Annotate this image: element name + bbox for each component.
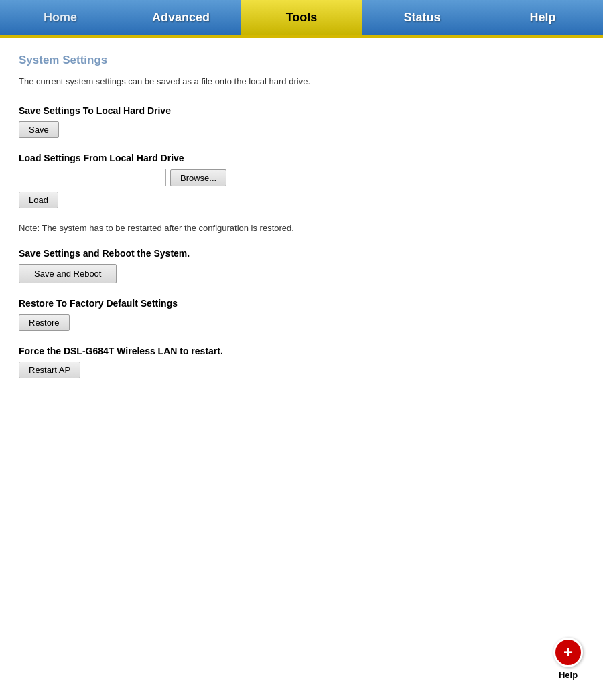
load-settings-header: Load Settings From Local Hard Drive <box>19 153 584 163</box>
file-path-input[interactable] <box>19 169 166 186</box>
restore-button[interactable]: Restore <box>19 314 70 331</box>
help-label: Help <box>559 670 578 680</box>
save-and-reboot-button[interactable]: Save and Reboot <box>19 264 117 283</box>
help-corner[interactable]: + Help <box>553 638 583 680</box>
page-wrapper: Home Advanced Tools Status Help System S… <box>0 0 603 700</box>
help-icon: + <box>553 638 583 667</box>
nav-home[interactable]: Home <box>0 0 121 35</box>
restore-note: Note: The system has to be restarted aft… <box>19 223 584 233</box>
save-reboot-header: Save Settings and Reboot the System. <box>19 248 584 259</box>
save-button[interactable]: Save <box>19 121 59 138</box>
save-settings-section: Save Settings To Local Hard Drive Save <box>19 105 584 138</box>
nav-bar: Home Advanced Tools Status Help <box>0 0 603 35</box>
content-area: System Settings The current system setti… <box>0 38 603 409</box>
restart-ap-header: Force the DSL-G684T Wireless LAN to rest… <box>19 346 584 356</box>
load-settings-section: Load Settings From Local Hard Drive Brow… <box>19 153 584 208</box>
nav-tools[interactable]: Tools <box>241 0 362 35</box>
restart-ap-section: Force the DSL-G684T Wireless LAN to rest… <box>19 346 584 378</box>
nav-help[interactable]: Help <box>482 0 603 35</box>
nav-status[interactable]: Status <box>362 0 482 35</box>
save-reboot-section: Save Settings and Reboot the System. Sav… <box>19 248 584 283</box>
page-description: The current system settings can be saved… <box>19 76 584 86</box>
restart-ap-button[interactable]: Restart AP <box>19 362 80 378</box>
restore-section: Restore To Factory Default Settings Rest… <box>19 298 584 331</box>
file-input-row: Browse... <box>19 169 584 186</box>
browse-button[interactable]: Browse... <box>170 169 226 186</box>
save-settings-header: Save Settings To Local Hard Drive <box>19 105 584 116</box>
load-button[interactable]: Load <box>19 192 58 208</box>
page-title: System Settings <box>19 54 584 67</box>
nav-advanced[interactable]: Advanced <box>121 0 241 35</box>
restore-header: Restore To Factory Default Settings <box>19 298 584 309</box>
